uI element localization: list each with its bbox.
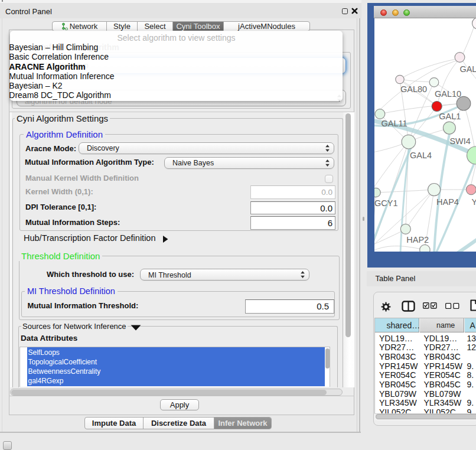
svg-text:HAP2: HAP2 xyxy=(406,235,429,244)
svg-text:GCY1: GCY1 xyxy=(374,198,398,208)
svg-text:GAL1: GAL1 xyxy=(439,112,461,121)
svg-text:GAL11: GAL11 xyxy=(382,119,407,128)
svg-text:SWI4: SWI4 xyxy=(449,136,470,146)
svg-text:Y: Y xyxy=(471,197,476,207)
svg-text:GAL80: GAL80 xyxy=(400,84,427,94)
svg-text:GAL2: GAL2 xyxy=(459,64,476,74)
svg-text:HAP4: HAP4 xyxy=(436,197,459,207)
svg-text:GAL10: GAL10 xyxy=(435,89,461,99)
svg-text:GAL4: GAL4 xyxy=(410,151,432,160)
